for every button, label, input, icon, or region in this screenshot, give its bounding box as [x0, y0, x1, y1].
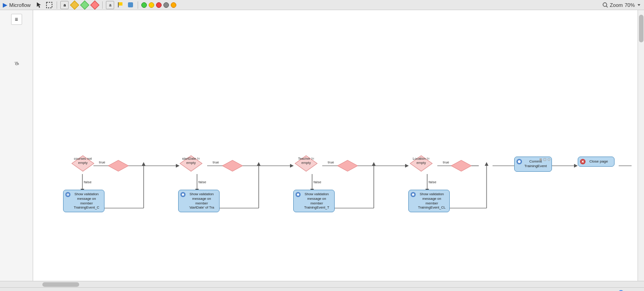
action4-icon: [411, 192, 416, 197]
commit-toolbar-icons: [539, 158, 551, 161]
svg-text:true: true: [443, 160, 449, 164]
decision-teacher-label: Teacher !=empty: [294, 157, 319, 165]
tb-diamond-red[interactable]: [91, 1, 99, 9]
decision-courses[interactable]: courses notempty: [71, 155, 94, 172]
svg-marker-54: [257, 162, 261, 166]
sep2: [102, 1, 103, 9]
sep3: [138, 1, 138, 9]
svg-marker-40: [337, 160, 358, 171]
svg-text:false: false: [313, 180, 321, 184]
toolbar-title: Microflow: [9, 2, 30, 8]
commit-action[interactable]: CommitTrainingEvent: [514, 157, 552, 172]
svg-marker-21: [343, 164, 347, 168]
zoom-area: Zoom 70%: [603, 2, 641, 8]
svg-marker-9: [114, 164, 117, 168]
scrollbar-thumb-v[interactable]: [639, 15, 644, 42]
svg-text:false: false: [84, 180, 92, 184]
svg-rect-4: [128, 2, 133, 7]
svg-rect-73: [68, 194, 68, 195]
sidebar-label: gi: [14, 62, 19, 65]
action1-icon: [65, 192, 70, 197]
action-startdate[interactable]: Show validationmessage onmember'startDat…: [178, 190, 220, 212]
svg-rect-1: [46, 2, 52, 8]
svg-text:false: false: [198, 180, 206, 184]
action-teacher[interactable]: Show validationmessage onmemberTrainingE…: [293, 190, 335, 212]
svg-rect-2: [118, 2, 122, 6]
select-tool[interactable]: [45, 1, 53, 9]
svg-marker-35: [574, 164, 578, 168]
close-page-action[interactable]: Close page: [578, 157, 615, 167]
main-area: ≡ gi true false true: [0, 10, 644, 281]
svg-point-68: [548, 158, 550, 161]
svg-marker-38: [108, 160, 128, 171]
svg-text:true: true: [213, 160, 219, 164]
sep1: [57, 1, 57, 9]
color-gray[interactable]: [163, 2, 169, 8]
action3-label: Show validationmessage onmemberTrainingE…: [301, 192, 332, 210]
svg-marker-0: [37, 2, 41, 8]
end-tool[interactable]: [126, 1, 134, 9]
action-courses[interactable]: Show validationmessage onmemberTrainingE…: [63, 190, 104, 212]
decision-location[interactable]: Location !=empty: [410, 155, 433, 172]
svg-point-76: [412, 193, 414, 196]
action2-icon: [180, 192, 186, 197]
action2-label: Show validationmessage onmember'startDat…: [186, 192, 217, 210]
scrollbar-horizontal[interactable]: [0, 281, 644, 287]
svg-point-5: [603, 3, 607, 6]
svg-rect-66: [540, 158, 542, 161]
svg-point-65: [518, 160, 521, 163]
svg-text:false: false: [429, 180, 436, 184]
run-icon: ▶: [3, 1, 7, 8]
svg-marker-60: [485, 162, 488, 166]
flow-content: true false true false true: [33, 10, 632, 250]
zoom-value: 70%: [625, 2, 635, 8]
canvas[interactable]: true false true false true: [33, 10, 644, 281]
action4-label: Show validationmessage onmemberTrainingE…: [416, 192, 447, 210]
decision-location-label: Location !=empty: [408, 157, 435, 165]
svg-marker-57: [372, 162, 376, 166]
zoom-icon: [603, 2, 608, 8]
flow-arrows: true false true false true: [33, 10, 632, 250]
svg-text:true: true: [328, 160, 334, 164]
svg-marker-67: [544, 158, 546, 161]
annotation-tool[interactable]: a: [60, 1, 69, 9]
color-yellow[interactable]: [149, 2, 154, 8]
svg-marker-7: [638, 4, 640, 6]
decision-startdate-label: startDate !=empty: [178, 157, 204, 165]
pointer-tool[interactable]: [35, 1, 43, 9]
svg-point-75: [297, 193, 299, 196]
close-page-label: Close page: [586, 159, 612, 164]
sidebar-toggle[interactable]: ≡: [11, 14, 22, 25]
sidebar: ≡ gi: [0, 10, 33, 281]
scrollbar-thumb-h[interactable]: [42, 282, 79, 287]
close-icon: [580, 159, 586, 164]
action1-label: Show validationmessage onmemberTrainingE…: [71, 192, 102, 210]
scrollbar-vertical[interactable]: [638, 10, 644, 281]
color-green[interactable]: [141, 2, 147, 8]
commit-icon: [516, 159, 522, 164]
tb-diamond-green[interactable]: [81, 1, 89, 9]
action-location[interactable]: Show validationmessage onmemberTrainingE…: [408, 190, 450, 212]
svg-text:true: true: [99, 160, 105, 164]
svg-marker-41: [451, 160, 471, 171]
zoom-label: Zoom: [610, 2, 623, 8]
action3-icon: [296, 192, 301, 197]
color-red[interactable]: [156, 2, 162, 8]
decision-teacher[interactable]: Teacher !=empty: [295, 155, 318, 172]
flag-tool[interactable]: [116, 1, 124, 9]
loop-tool[interactable]: a: [106, 1, 114, 9]
toolbar: ▶ Microflow a a Zoom 70%: [0, 0, 644, 10]
tb-diamond-yellow[interactable]: [70, 1, 79, 9]
svg-point-72: [68, 193, 69, 194]
svg-line-6: [606, 6, 608, 7]
svg-marker-51: [142, 162, 145, 166]
svg-point-74: [182, 193, 184, 196]
decision-startdate[interactable]: startDate !=empty: [180, 155, 203, 172]
svg-marker-27: [457, 164, 460, 168]
statusbar: https://blog.csdn.net/qn_3324... Ready: [0, 287, 644, 291]
svg-marker-15: [228, 164, 232, 168]
decision-courses-label: courses notempty: [70, 157, 96, 165]
color-orange[interactable]: [171, 2, 176, 8]
zoom-dropdown-icon[interactable]: [637, 3, 641, 7]
svg-marker-39: [222, 160, 243, 171]
